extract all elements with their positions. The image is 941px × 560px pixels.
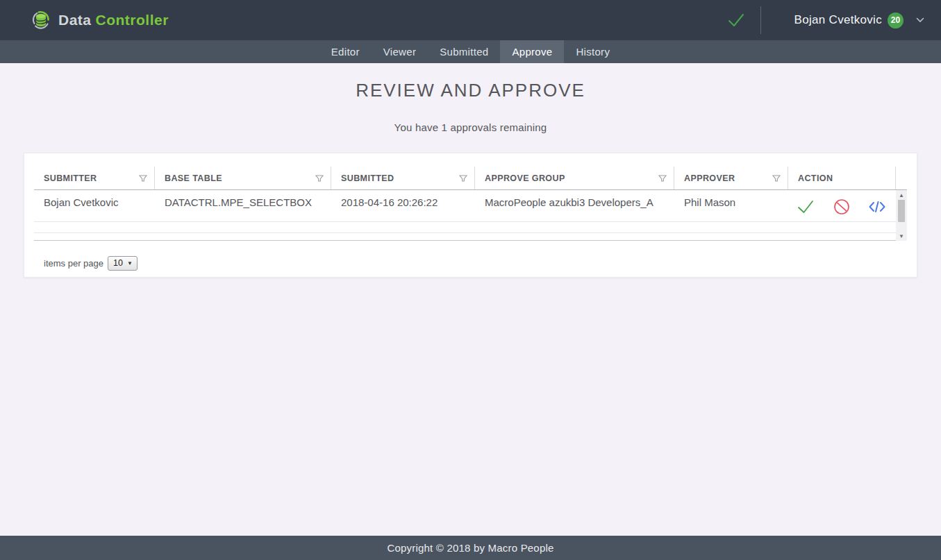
reject-icon[interactable] xyxy=(833,198,850,215)
tab-submitted[interactable]: Submitted xyxy=(428,40,500,63)
table-scrollbar[interactable]: ▲ ▼ xyxy=(896,190,907,241)
main-nav: Editor Viewer Submitted Approve History xyxy=(0,40,941,63)
header-scrollbar-spacer xyxy=(896,167,907,189)
cell-submitted: 2018-04-16 20:26:22 xyxy=(331,190,475,221)
approvals-check-icon[interactable] xyxy=(727,12,745,28)
approvals-table-card: SUBMITTER BASE TABLE SUBMITTED APPROVE G… xyxy=(24,153,917,278)
table-row: Bojan Cvetkovic DATACTRL.MPE_SELECTBOX 2… xyxy=(34,190,907,222)
cell-base-table: DATACTRL.MPE_SELECTBOX xyxy=(155,190,331,221)
brand-title: DataController xyxy=(58,12,169,28)
footer: Copyright © 2018 by Macro People xyxy=(0,536,941,560)
scrollbar-thumb[interactable] xyxy=(898,200,905,222)
tab-editor[interactable]: Editor xyxy=(319,40,372,63)
empty-row xyxy=(34,222,907,233)
tab-approve[interactable]: Approve xyxy=(500,40,564,63)
cell-approve-group: MacroPeople azukbi3 Developers_A xyxy=(475,190,674,221)
column-label: SUBMITTED xyxy=(341,173,394,183)
brand-name-primary: Data xyxy=(58,12,92,28)
pager: items per page 10 ▼ xyxy=(34,241,907,277)
tab-history[interactable]: History xyxy=(564,40,622,63)
page-title: REVIEW AND APPROVE xyxy=(0,80,941,101)
approvals-grid: SUBMITTER BASE TABLE SUBMITTED APPROVE G… xyxy=(34,167,907,277)
column-header-approver: APPROVER xyxy=(674,167,788,189)
column-header-submitter: SUBMITTER xyxy=(34,167,155,189)
filter-icon[interactable] xyxy=(772,174,781,183)
column-label: SUBMITTER xyxy=(44,173,97,183)
user-badge-count: 20 xyxy=(888,12,903,28)
filter-icon[interactable] xyxy=(315,174,324,183)
topbar: DataController Bojan Cvetkovic 20 xyxy=(0,0,941,40)
select-arrow-icon: ▼ xyxy=(127,260,133,266)
filter-icon[interactable] xyxy=(459,174,467,183)
cell-action xyxy=(788,190,896,221)
copyright-text: Copyright © 2018 by Macro People xyxy=(387,542,553,554)
column-label: APPROVE GROUP xyxy=(485,173,565,183)
cell-approver: Phil Mason xyxy=(674,190,788,221)
app-logo: DataController xyxy=(31,10,169,31)
column-header-base-table: BASE TABLE xyxy=(155,167,331,189)
column-header-action: ACTION xyxy=(788,167,896,189)
brand-name-secondary: Controller xyxy=(96,12,169,28)
user-name[interactable]: Bojan Cvetkovic xyxy=(794,13,882,27)
scrollbar-up-icon[interactable]: ▲ xyxy=(896,190,907,200)
approvals-remaining-text: You have 1 approvals remaining xyxy=(0,121,941,133)
tab-viewer[interactable]: Viewer xyxy=(372,40,428,63)
cell-submitter: Bojan Cvetkovic xyxy=(34,190,155,221)
scrollbar-down-icon[interactable]: ▼ xyxy=(896,231,907,241)
column-header-submitted: SUBMITTED xyxy=(331,167,475,189)
grid-header-row: SUBMITTER BASE TABLE SUBMITTED APPROVE G… xyxy=(34,167,907,190)
column-label: BASE TABLE xyxy=(165,173,222,183)
database-logo-icon xyxy=(31,10,51,31)
topbar-right: Bojan Cvetkovic 20 xyxy=(727,6,924,34)
filter-icon[interactable] xyxy=(658,174,667,183)
items-per-page-label: items per page xyxy=(44,258,103,269)
column-label: ACTION xyxy=(798,173,833,183)
grid-body: Bojan Cvetkovic DATACTRL.MPE_SELECTBOX 2… xyxy=(34,190,907,241)
code-icon[interactable] xyxy=(869,201,885,213)
topbar-divider xyxy=(760,6,761,34)
items-per-page-select[interactable]: 10 ▼ xyxy=(108,256,138,271)
column-label: APPROVER xyxy=(684,173,735,183)
column-header-approve-group: APPROVE GROUP xyxy=(475,167,674,189)
approve-icon[interactable] xyxy=(797,199,815,214)
items-per-page-value: 10 xyxy=(113,258,123,268)
filter-icon[interactable] xyxy=(139,174,147,183)
chevron-down-icon[interactable] xyxy=(916,17,924,23)
